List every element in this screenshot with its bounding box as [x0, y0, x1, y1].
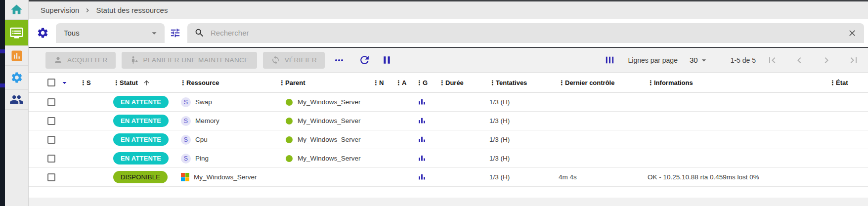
clear-search-button[interactable] — [847, 28, 857, 38]
bulk-select-chevron-icon[interactable] — [60, 78, 69, 87]
row-checkbox[interactable] — [47, 98, 55, 106]
cell-n — [367, 149, 390, 167]
sync-icon — [271, 55, 280, 65]
drag-handle-icon[interactable] — [829, 79, 833, 86]
table-row[interactable]: DISPONIBLE My_Windows_Server 1/3 (H) 4m … — [29, 168, 868, 187]
rows-per-page-select[interactable]: 30 — [690, 55, 709, 65]
table-row[interactable]: EN ATTENTE SMemory My_Windows_Server 1/3… — [29, 112, 868, 130]
filter-settings-button[interactable] — [35, 23, 50, 43]
sidebar-item-monitoring[interactable] — [5, 20, 28, 46]
cell-tries: 1/3 (H) — [483, 93, 553, 111]
previous-page-button[interactable] — [793, 54, 806, 67]
rail-marker — [0, 49, 5, 53]
pause-autorefresh-button[interactable] — [381, 54, 393, 66]
column-header-statut[interactable]: Statut — [107, 73, 174, 92]
table-header-row: S Statut Ressource Parent N A G Durée Te… — [29, 73, 868, 93]
set-maintenance-button[interactable]: PLANIFIER UNE MAINTENANCE — [122, 52, 257, 69]
drag-handle-icon[interactable] — [373, 79, 377, 86]
sidebar-item-configuration[interactable] — [5, 66, 28, 90]
breadcrumb-item-resource-status[interactable]: Statut des ressources — [96, 6, 168, 14]
search-input[interactable] — [211, 29, 847, 37]
column-header-tentatives[interactable]: Tentatives — [483, 73, 553, 92]
drag-handle-icon[interactable] — [559, 79, 563, 86]
column-header-etat[interactable]: État — [824, 73, 868, 92]
row-checkbox[interactable] — [47, 173, 55, 181]
advanced-filters-button[interactable] — [168, 23, 182, 43]
sidebar-item-administration[interactable] — [5, 90, 28, 110]
resource-name: My_Windows_Server — [194, 173, 257, 181]
cell-n — [367, 112, 390, 130]
drag-handle-icon[interactable] — [648, 79, 651, 86]
column-header-ressource[interactable]: Ressource — [174, 73, 273, 92]
acknowledge-button[interactable]: ACQUITTER — [45, 52, 116, 69]
column-header-a[interactable]: A — [390, 73, 410, 92]
next-page-button[interactable] — [820, 54, 833, 67]
table-row[interactable]: EN ATTENTE SPing My_Windows_Server 1/3 (… — [29, 149, 868, 168]
chevron-right-icon — [84, 6, 91, 14]
check-button[interactable]: VÉRIFIER — [263, 52, 325, 69]
column-header-g[interactable]: G — [410, 73, 433, 92]
graph-icon[interactable] — [418, 135, 426, 144]
status-chip: EN ATTENTE — [113, 133, 169, 146]
cell-graph — [410, 130, 433, 149]
column-header-dernier-controle[interactable]: Dernier contrôle — [553, 73, 642, 92]
graph-icon[interactable] — [418, 154, 426, 163]
column-header-n[interactable]: N — [367, 73, 390, 92]
graph-icon[interactable] — [418, 98, 426, 106]
pagination-range: 1-5 de 5 — [731, 56, 756, 64]
column-header-informations[interactable]: Informations — [642, 73, 824, 92]
drag-handle-icon[interactable] — [395, 79, 399, 86]
cell-parent: My_Windows_Server — [273, 149, 367, 167]
cell-s — [74, 93, 107, 111]
search-field[interactable] — [187, 23, 864, 43]
cell-duration — [433, 93, 483, 111]
host-up-dot — [286, 136, 293, 143]
table-row[interactable]: EN ATTENTE SSwap My_Windows_Server 1/3 (… — [29, 93, 868, 112]
graph-icon[interactable] — [418, 117, 426, 125]
cell-a — [390, 168, 410, 186]
columns-settings-button[interactable] — [604, 54, 615, 66]
service-badge: S — [181, 135, 191, 145]
columns-icon — [604, 54, 615, 66]
cell-information: OK - 10.25.10.88 rta 0.459ms lost 0% — [642, 168, 824, 186]
cell-a — [390, 93, 410, 111]
cell-tries: 1/3 (H) — [483, 168, 553, 186]
drag-handle-icon[interactable] — [180, 79, 184, 86]
first-page-icon — [766, 54, 778, 66]
drag-handle-icon[interactable] — [279, 79, 283, 86]
acknowledge-label: ACQUITTER — [67, 56, 108, 64]
pause-icon — [381, 54, 393, 66]
select-all-checkbox[interactable] — [47, 79, 55, 86]
row-checkbox[interactable] — [47, 117, 55, 125]
cell-information — [642, 149, 824, 167]
drag-handle-icon[interactable] — [416, 79, 420, 86]
graph-icon[interactable] — [418, 173, 426, 181]
drag-handle-icon[interactable] — [489, 79, 493, 86]
service-badge: S — [181, 116, 191, 126]
drag-handle-icon[interactable] — [80, 79, 84, 86]
drag-handle-icon[interactable] — [113, 79, 117, 86]
refresh-icon — [358, 54, 371, 66]
drag-handle-icon[interactable] — [439, 79, 443, 86]
resource-type-select[interactable]: Tous — [56, 23, 165, 43]
row-checkbox[interactable] — [47, 136, 55, 144]
sidebar-item-statistics[interactable] — [5, 46, 28, 66]
column-header-s[interactable]: S — [74, 73, 107, 92]
first-page-button[interactable] — [766, 54, 779, 67]
more-horiz-icon — [333, 54, 345, 66]
table-row[interactable]: EN ATTENTE SCpu My_Windows_Server 1/3 (H… — [29, 130, 868, 149]
column-header-parent[interactable]: Parent — [273, 73, 367, 92]
refresh-button[interactable] — [358, 54, 371, 66]
sidebar-item-home[interactable] — [5, 0, 28, 20]
more-actions-button[interactable] — [332, 53, 347, 68]
breadcrumb-item-supervision[interactable]: Supervision — [41, 6, 79, 14]
row-checkbox[interactable] — [47, 155, 55, 163]
sidebar-nav — [5, 0, 29, 206]
cell-information — [642, 130, 824, 149]
cell-status: DISPONIBLE — [107, 168, 174, 186]
last-page-button[interactable] — [847, 54, 860, 67]
chevron-down-icon — [699, 55, 709, 65]
column-header-duree[interactable]: Durée — [433, 73, 483, 92]
cell-status: EN ATTENTE — [107, 149, 174, 167]
cell-duration — [433, 130, 483, 149]
